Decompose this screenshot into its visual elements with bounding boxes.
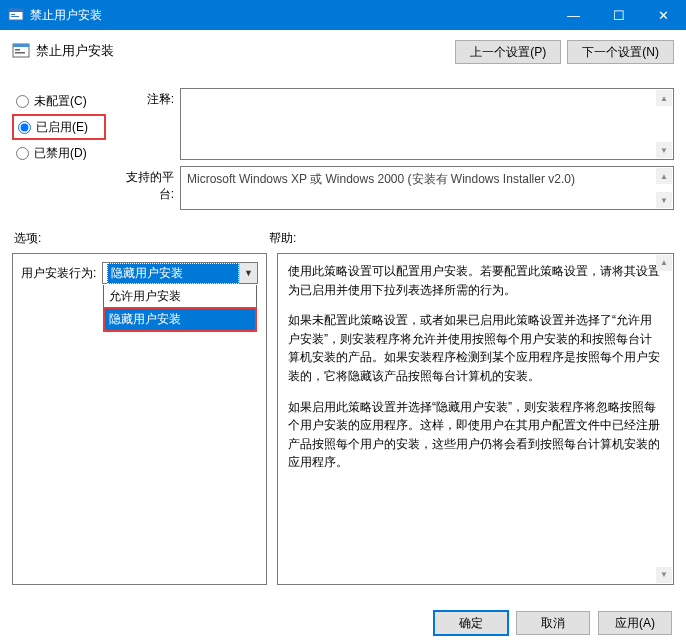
platform-box: Microsoft Windows XP 或 Windows 2000 (安装有… <box>180 166 674 210</box>
cancel-button[interactable]: 取消 <box>516 611 590 635</box>
radio-not-configured-input[interactable] <box>16 95 29 108</box>
close-button[interactable]: ✕ <box>641 0 686 30</box>
titlebar[interactable]: 禁止用户安装 — ☐ ✕ <box>0 0 686 30</box>
chevron-down-icon[interactable]: ▼ <box>239 263 257 283</box>
state-radio-group: 未配置(C) 已启用(E) 已禁用(D) <box>12 88 114 166</box>
combo-dropdown: 允许用户安装 隐藏用户安装 <box>103 285 257 332</box>
options-panel: 用户安装行为: 隐藏用户安装 ▼ 允许用户安装 隐藏用户安装 <box>12 253 267 585</box>
page-title: 禁止用户安装 <box>36 42 114 60</box>
maximize-button[interactable]: ☐ <box>596 0 641 30</box>
platform-value: Microsoft Windows XP 或 Windows 2000 (安装有… <box>187 172 575 186</box>
comment-label: 注释: <box>122 88 180 108</box>
radio-label: 已启用(E) <box>36 119 88 136</box>
window-controls: — ☐ ✕ <box>551 0 686 30</box>
radio-enabled[interactable]: 已启用(E) <box>12 114 106 140</box>
help-text: 使用此策略设置可以配置用户安装。若要配置此策略设置，请将其设置为已启用并使用下拉… <box>288 262 663 299</box>
radio-label: 未配置(C) <box>34 93 87 110</box>
help-text: 如果未配置此策略设置，或者如果已启用此策略设置并选择了“允许用户安装”，则安装程… <box>288 311 663 385</box>
svg-rect-6 <box>15 49 20 51</box>
combo-selected-value: 隐藏用户安装 <box>107 263 239 284</box>
help-text: 如果启用此策略设置并选择“隐藏用户安装”，则安装程序将忽略按照每个用户安装的应用… <box>288 398 663 472</box>
options-heading: 选项: <box>14 230 269 247</box>
app-icon <box>8 7 24 23</box>
apply-button[interactable]: 应用(A) <box>598 611 672 635</box>
svg-rect-7 <box>15 52 25 54</box>
help-panel: 使用此策略设置可以配置用户安装。若要配置此策略设置，请将其设置为已启用并使用下拉… <box>277 253 674 585</box>
radio-enabled-input[interactable] <box>18 121 31 134</box>
dropdown-item-allow[interactable]: 允许用户安装 <box>104 285 256 308</box>
radio-disabled-input[interactable] <box>16 147 29 160</box>
next-setting-button[interactable]: 下一个设置(N) <box>567 40 674 64</box>
comment-textarea[interactable]: ▲ ▼ <box>180 88 674 160</box>
user-install-behavior-combo[interactable]: 隐藏用户安装 ▼ 允许用户安装 隐藏用户安装 <box>102 262 258 284</box>
scroll-up-icon[interactable]: ▲ <box>656 90 672 106</box>
svg-rect-3 <box>11 16 19 17</box>
minimize-button[interactable]: — <box>551 0 596 30</box>
dropdown-item-hide[interactable]: 隐藏用户安装 <box>104 308 256 331</box>
scroll-down-icon[interactable]: ▼ <box>656 192 672 208</box>
svg-rect-1 <box>9 9 23 12</box>
platform-label: 支持的平台: <box>122 166 180 203</box>
radio-label: 已禁用(D) <box>34 145 87 162</box>
dialog-footer: 确定 取消 应用(A) <box>0 611 686 635</box>
scroll-down-icon[interactable]: ▼ <box>656 142 672 158</box>
scroll-down-icon[interactable]: ▼ <box>656 567 672 583</box>
svg-rect-2 <box>11 14 15 15</box>
ok-button[interactable]: 确定 <box>434 611 508 635</box>
radio-disabled[interactable]: 已禁用(D) <box>12 140 106 166</box>
help-heading: 帮助: <box>269 230 296 247</box>
scroll-up-icon[interactable]: ▲ <box>656 255 672 271</box>
policy-icon <box>12 42 30 60</box>
radio-not-configured[interactable]: 未配置(C) <box>12 88 106 114</box>
combo-label: 用户安装行为: <box>21 265 96 282</box>
scroll-up-icon[interactable]: ▲ <box>656 168 672 184</box>
prev-setting-button[interactable]: 上一个设置(P) <box>455 40 561 64</box>
window-title: 禁止用户安装 <box>30 7 102 24</box>
svg-rect-5 <box>13 44 29 47</box>
